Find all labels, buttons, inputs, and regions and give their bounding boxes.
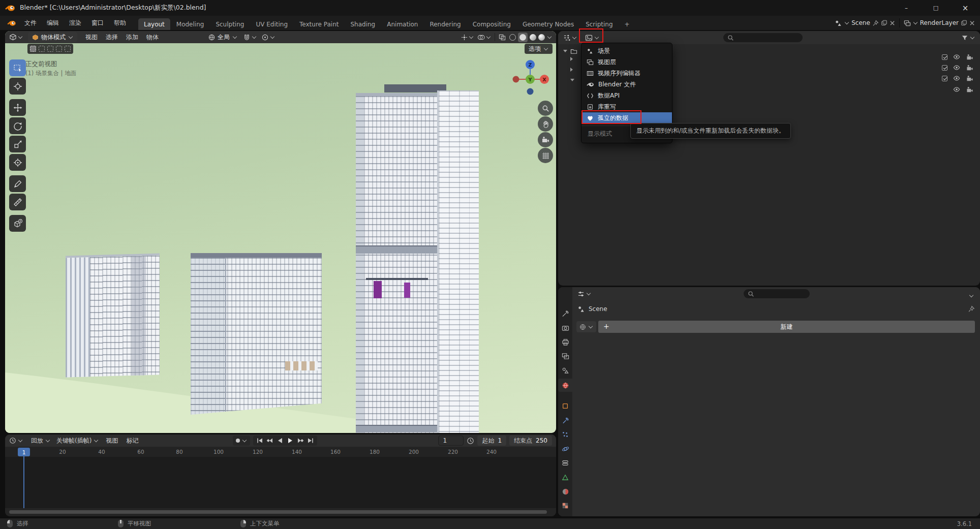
tab-shading[interactable]: Shading	[345, 18, 381, 30]
minimize-button[interactable]: –	[892, 0, 921, 16]
pan-view-button[interactable]	[538, 116, 553, 132]
close-button[interactable]: ×	[951, 0, 980, 16]
transform-orientation-selector[interactable]: 全局	[208, 33, 237, 42]
play-button[interactable]	[286, 437, 295, 445]
shading-material-icon[interactable]	[530, 34, 536, 41]
gizmos-toggle[interactable]	[461, 34, 474, 41]
selectable-checkbox[interactable]	[942, 65, 947, 71]
editor-type-timeline-button[interactable]	[9, 437, 23, 444]
tab-scene[interactable]	[558, 364, 572, 377]
outliner-filter-button[interactable]	[961, 31, 975, 44]
previous-keyframe-button[interactable]	[265, 437, 274, 445]
selectable-checkbox[interactable]	[942, 76, 947, 81]
tab-material[interactable]	[558, 485, 572, 497]
select-set-mode-icon[interactable]	[30, 46, 36, 52]
3d-viewport[interactable]: 物体模式 视图 选择 添加 物体 全局	[5, 31, 556, 433]
menu-item-orphan-data[interactable]: 孤立的数据	[581, 112, 672, 123]
move-tool[interactable]	[9, 99, 26, 116]
add-workspace-button[interactable]: +	[619, 18, 635, 30]
annotate-tool[interactable]	[9, 175, 26, 192]
outliner-row[interactable]	[570, 53, 573, 64]
menu-item-blender-file[interactable]: Blender 文件	[581, 79, 672, 90]
next-keyframe-button[interactable]	[296, 437, 305, 445]
editor-type-viewport-button[interactable]	[9, 34, 23, 41]
breadcrumb-scene-label[interactable]: Scene	[589, 305, 607, 313]
menu-item-video-sequencer[interactable]: 视频序列编辑器	[581, 68, 672, 79]
tab-rendering[interactable]: Rendering	[424, 18, 466, 30]
rotate-tool[interactable]	[9, 117, 26, 134]
menu-file[interactable]: 文件	[19, 16, 42, 30]
select-extend-mode-icon[interactable]	[39, 46, 45, 52]
scale-tool[interactable]	[9, 136, 26, 152]
pin-icon[interactable]	[968, 305, 975, 313]
shading-solid-icon[interactable]	[518, 33, 528, 42]
menu-item-library-overrides[interactable]: 库重写	[581, 101, 672, 112]
jump-to-end-button[interactable]	[306, 437, 315, 445]
frame-end-field[interactable]: 结束点 250	[509, 435, 552, 446]
editor-type-outliner-button[interactable]	[563, 35, 577, 41]
menu-window[interactable]: 窗口	[86, 16, 109, 30]
maximize-button[interactable]: □	[921, 0, 951, 16]
tab-modifiers[interactable]	[558, 414, 572, 426]
camera-icon[interactable]	[966, 86, 974, 93]
frame-start-field[interactable]: 起始 1	[477, 435, 506, 446]
box-select-tool[interactable]	[9, 59, 26, 76]
viewport-menu-add[interactable]: 添加	[122, 31, 142, 43]
eye-icon[interactable]	[953, 64, 961, 71]
view-axis-gizmo[interactable]: X Z Y	[510, 60, 550, 101]
new-view-layer-icon[interactable]	[961, 20, 967, 26]
timeline-ruler[interactable]: 20 40 60 80 100 120 140 160 180 200 220 …	[5, 447, 556, 457]
tab-sculpting[interactable]: Sculpting	[210, 18, 250, 30]
scene-selector[interactable]: Scene	[833, 19, 897, 26]
timeline-menu-marker[interactable]: 标记	[122, 434, 142, 447]
camera-icon[interactable]	[966, 75, 974, 82]
tab-layout[interactable]: Layout	[138, 18, 170, 30]
camera-view-button[interactable]	[538, 132, 553, 147]
menu-item-data-api[interactable]: 数据API	[581, 90, 672, 101]
add-cube-tool[interactable]	[9, 215, 26, 232]
viewport-menu-view[interactable]: 视图	[81, 31, 102, 43]
tab-texture[interactable]	[558, 500, 572, 512]
eye-icon[interactable]	[953, 75, 961, 82]
app-menu-button[interactable]	[4, 16, 19, 30]
selectable-checkbox[interactable]	[942, 54, 947, 60]
auto-keying-toggle[interactable]	[233, 435, 250, 446]
viewport-menu-object[interactable]: 物体	[142, 31, 163, 43]
tab-physics[interactable]	[558, 443, 572, 455]
eye-icon[interactable]	[953, 53, 961, 60]
view-layer-selector[interactable]: RenderLayer	[902, 19, 977, 26]
tab-texture-paint[interactable]: Texture Paint	[294, 18, 344, 30]
measure-tool[interactable]	[9, 194, 26, 210]
timeline-menu-playback[interactable]: 回放	[28, 434, 53, 447]
properties-search-input[interactable]	[744, 289, 810, 298]
select-invert-mode-icon[interactable]	[56, 46, 62, 52]
camera-icon[interactable]	[966, 54, 974, 60]
editor-type-properties-button[interactable]	[577, 291, 591, 297]
xray-toggle-icon[interactable]	[499, 34, 506, 41]
tool-options-dropdown[interactable]: 选项	[525, 44, 553, 54]
tab-compositing[interactable]: Compositing	[467, 18, 516, 30]
camera-icon[interactable]	[966, 65, 974, 71]
tab-scripting[interactable]: Scripting	[580, 18, 618, 30]
remove-view-layer-icon[interactable]	[969, 20, 975, 26]
outliner-search-input[interactable]	[723, 33, 803, 42]
timeline-menu-view[interactable]: 视图	[102, 434, 122, 447]
tab-world-active[interactable]	[558, 379, 572, 392]
playhead-frame-badge[interactable]: 1	[18, 448, 30, 456]
unlink-scene-icon[interactable]	[890, 20, 895, 26]
world-browse-dropdown[interactable]	[576, 321, 596, 332]
tab-constraints[interactable]	[558, 457, 572, 469]
tab-view-layer[interactable]	[558, 350, 572, 362]
current-frame-field[interactable]: 1	[438, 435, 464, 446]
eye-icon[interactable]	[953, 86, 961, 93]
timeline-menu-keying[interactable]: 关键帧(插帧)	[53, 434, 102, 447]
play-reverse-button[interactable]	[275, 437, 285, 445]
select-subtract-mode-icon[interactable]	[47, 46, 53, 52]
world-new-button[interactable]: + 新建	[598, 321, 975, 333]
tab-modeling[interactable]: Modeling	[171, 18, 210, 30]
tab-particles[interactable]	[558, 428, 572, 441]
tab-animation[interactable]: Animation	[381, 18, 423, 30]
toggle-perspective-button[interactable]	[538, 148, 553, 163]
tab-output[interactable]	[558, 336, 572, 348]
outliner-row[interactable]	[570, 75, 574, 85]
